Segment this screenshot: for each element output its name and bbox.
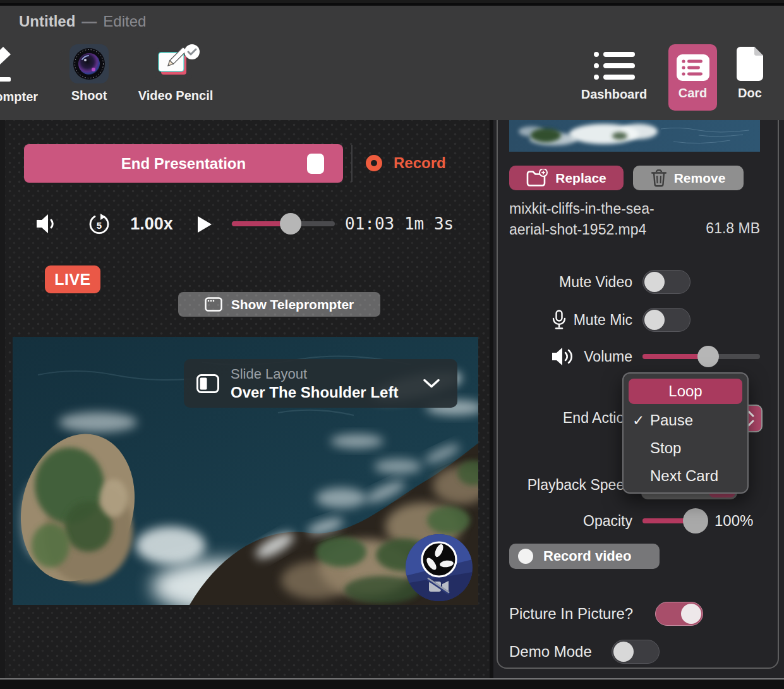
volume-label: Volume	[552, 347, 632, 366]
end-presentation-label: End Presentation	[121, 155, 246, 173]
toolbar-item-teleprompter[interactable]: Teleprompter	[0, 44, 39, 104]
microphone-icon	[552, 310, 566, 330]
toolbar-item-doc[interactable]: Doc	[730, 47, 769, 101]
divider	[351, 145, 353, 182]
show-teleprompter-button[interactable]: Show Teleprompter	[178, 292, 380, 317]
play-icon[interactable]	[196, 215, 213, 234]
titlebar-toolbar: Untitled—Edited Teleprompter	[0, 0, 784, 120]
document-title: Untitled	[19, 13, 75, 30]
toggle-knob	[644, 272, 665, 292]
slide-layout-value: Over The Shoulder Left	[231, 384, 398, 401]
progress-thumb[interactable]	[280, 213, 301, 235]
video-filesize: 61.8 MB	[706, 220, 760, 237]
record-circle-icon	[518, 549, 533, 564]
menu-item-next-card[interactable]: Next Card	[629, 462, 742, 490]
opacity-label: Opacity	[583, 513, 632, 530]
volume-icon	[552, 347, 576, 366]
volume-thumb[interactable]	[697, 346, 719, 367]
toolbar-item-video-pencil[interactable]: Video Pencil	[135, 44, 216, 103]
window-top-edge	[0, 0, 784, 6]
opacity-slider[interactable]	[642, 518, 696, 523]
left-gutter	[0, 120, 5, 680]
app-window: Slide Layout Over The Shoulder Left	[0, 0, 784, 689]
toggle-knob	[681, 604, 701, 624]
title-separator: —	[75, 13, 103, 30]
playback-speed-label: Playback Speed	[528, 477, 632, 494]
time-display: 01:03 1m 3s	[345, 214, 454, 233]
live-badge: LIVE	[45, 265, 100, 293]
replace-label: Replace	[555, 171, 606, 186]
trash-icon	[651, 169, 666, 187]
dashboard-list-icon	[593, 49, 635, 82]
panel-divider	[490, 120, 493, 680]
menu-item-stop[interactable]: Stop	[629, 434, 742, 462]
picture-in-picture-label: Picture In Picture?	[509, 605, 633, 623]
document-icon	[737, 47, 763, 81]
record-button[interactable]: Record	[394, 154, 446, 172]
window-bottom-edge	[0, 678, 784, 689]
toolbar-item-card[interactable]: Card	[668, 44, 717, 111]
volume-slider[interactable]	[642, 354, 760, 359]
mute-video-label: Mute Video	[559, 274, 632, 291]
end-presentation-button[interactable]: End Presentation	[24, 144, 343, 183]
record-video-button[interactable]: Record video	[509, 544, 660, 569]
video-filename: mixkit-cliffs-in-the-sea-aerial-shot-195…	[509, 198, 666, 240]
record-video-label: Record video	[543, 548, 631, 564]
opacity-thumb[interactable]	[683, 508, 708, 534]
toggle-knob	[644, 310, 665, 330]
edited-status: Edited	[103, 13, 146, 30]
playback-speed-value[interactable]: 1.00x	[125, 214, 178, 234]
mute-video-toggle[interactable]	[642, 270, 691, 294]
speaker-icon[interactable]	[37, 214, 58, 234]
toggle-knob	[613, 642, 634, 662]
stop-icon	[307, 154, 324, 174]
show-teleprompter-label: Show Teleprompter	[231, 297, 354, 312]
opacity-value: 100%	[715, 512, 753, 530]
toolbar-item-dashboard[interactable]: Dashboard	[579, 49, 649, 102]
slide-layout-label: Slide Layout	[231, 366, 398, 382]
obs-webcam-avatar[interactable]	[406, 534, 473, 601]
check-icon: ✓	[629, 412, 650, 429]
video-pencil-icon	[150, 44, 201, 83]
remove-button[interactable]: Remove	[633, 166, 744, 190]
folder-plus-icon	[526, 169, 548, 188]
replace-button[interactable]: Replace	[509, 166, 624, 190]
skip-5-seconds-icon[interactable]: 5	[88, 214, 110, 235]
slide-layout-dropdown[interactable]: Slide Layout Over The Shoulder Left	[184, 359, 457, 408]
teleprompter-icon	[0, 44, 16, 85]
menu-item-pause[interactable]: ✓ Pause	[629, 406, 742, 434]
layout-left-icon	[196, 374, 219, 393]
mute-mic-label: Mute Mic	[552, 310, 632, 330]
svg-text:5: 5	[97, 220, 102, 231]
demo-mode-toggle[interactable]	[612, 640, 660, 664]
menu-item-loop[interactable]: Loop	[629, 379, 742, 404]
demo-mode-label: Demo Mode	[509, 643, 592, 661]
card-icon	[677, 54, 709, 81]
toolbar-item-shoot[interactable]: Shoot	[66, 44, 112, 103]
window-title: Untitled—Edited	[19, 13, 146, 30]
camera-lens-icon	[69, 44, 109, 83]
card-video-thumbnail[interactable]	[509, 120, 760, 152]
chevron-down-icon	[423, 379, 440, 388]
remove-label: Remove	[674, 171, 726, 186]
progress-slider[interactable]	[232, 221, 335, 226]
window-icon	[205, 297, 222, 312]
end-action-menu: Loop ✓ Pause Stop Next Card	[622, 372, 749, 494]
mute-mic-toggle[interactable]	[642, 308, 691, 332]
record-dot-icon[interactable]	[366, 155, 382, 171]
picture-in-picture-toggle[interactable]	[655, 602, 703, 626]
